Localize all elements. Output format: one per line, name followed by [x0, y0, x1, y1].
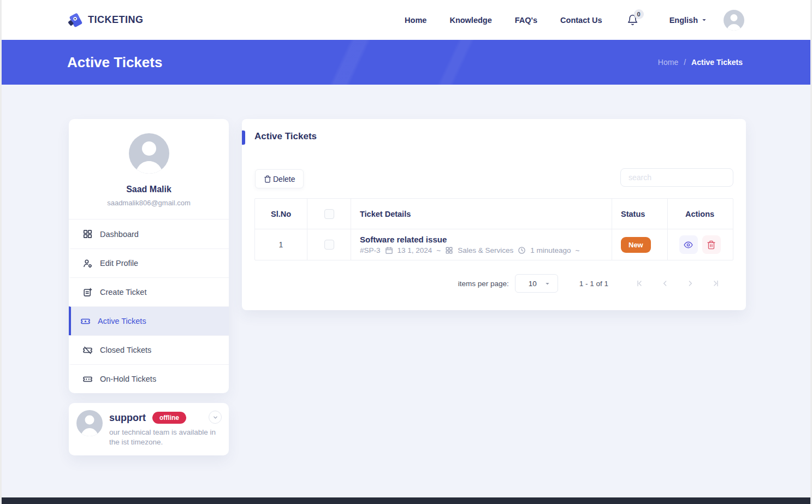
ticket-logo-icon: [68, 12, 84, 28]
header-slno: Sl.No: [255, 199, 307, 229]
sidebar-item-closed-tickets[interactable]: Closed Tickets: [69, 335, 229, 364]
active-tickets-panel: Active Tickets Delete Sl.No Ticket Detai…: [242, 119, 746, 310]
ticket-title[interactable]: Software related issue: [360, 235, 447, 244]
ticket-details-cell: Software related issue #SP-3 13 1, 2024 …: [351, 229, 612, 260]
pagination-range-label: 1 - 1 of 1: [579, 280, 608, 288]
clock-icon: [518, 246, 526, 254]
prev-page-icon[interactable]: [661, 279, 669, 288]
delete-button-label: Delete: [273, 175, 295, 183]
support-title: support: [109, 412, 146, 424]
onhold-ticket-icon: [82, 374, 93, 384]
breadcrumb-separator: /: [684, 58, 686, 67]
search-input[interactable]: [620, 168, 733, 187]
create-ticket-icon: [82, 287, 93, 298]
header-checkbox-cell: [307, 199, 351, 229]
calendar-icon: [385, 246, 393, 254]
breadcrumb-home[interactable]: Home: [658, 58, 678, 67]
ticket-category: Sales & Services: [458, 246, 513, 254]
breadcrumb-current: Active Tickets: [691, 58, 743, 67]
sidebar-item-edit-profile[interactable]: Edit Profile: [69, 248, 229, 277]
status-cell: New: [612, 229, 668, 260]
sidebar-item-label: Active Tickets: [98, 317, 146, 325]
hero-banner: Active Tickets Home / Active Tickets: [2, 40, 810, 85]
eye-icon: [684, 240, 693, 250]
ticket-time-suffix: ~: [576, 246, 580, 254]
sidebar-item-label: On-Hold Tickets: [100, 375, 156, 383]
last-page-icon[interactable]: [711, 279, 720, 288]
breadcrumb: Home / Active Tickets: [658, 58, 743, 67]
sidebar-item-label: Edit Profile: [100, 259, 138, 268]
sidebar-item-label: Dashboard: [100, 230, 139, 239]
caret-down-icon: [544, 281, 550, 287]
navbar-right: Home Knowledge FAQ's Contact Us 0 Englis…: [382, 10, 744, 31]
status-badge: New: [621, 237, 651, 253]
header-ticket-details: Ticket Details: [351, 199, 612, 229]
next-page-icon[interactable]: [686, 279, 695, 288]
language-selector[interactable]: English: [669, 16, 707, 25]
row-slno: 1: [255, 229, 307, 260]
sidebar-item-label: Closed Tickets: [100, 346, 151, 354]
trash-icon: [264, 175, 271, 183]
user-avatar[interactable]: [724, 10, 744, 31]
ticket-date: 13 1, 2024: [398, 246, 432, 254]
notification-bell-icon[interactable]: 0: [627, 14, 638, 26]
support-description: our technical team is available in the i…: [109, 428, 220, 447]
logo-text: TICKETING: [88, 14, 144, 26]
nav-link-knowledge[interactable]: Knowledge: [449, 16, 491, 25]
caret-down-icon: [701, 17, 707, 23]
sidebar-item-active-tickets[interactable]: Active Tickets: [69, 306, 229, 335]
first-page-icon[interactable]: [636, 279, 644, 288]
ticket-date-suffix: ~: [436, 246, 441, 254]
header-actions: Actions: [668, 199, 732, 229]
profile-sidebar: Saad Malik saadmalik806@gmail.com Dashbo…: [69, 119, 229, 393]
panel-accent-bar: [242, 131, 245, 145]
row-checkbox-cell: [307, 229, 351, 260]
support-collapse-button[interactable]: [209, 411, 222, 424]
app-logo[interactable]: TICKETING: [68, 12, 144, 28]
edit-profile-icon: [82, 258, 93, 269]
sidebar-item-onhold-tickets[interactable]: On-Hold Tickets: [69, 364, 229, 393]
sidebar-item-label: Create Ticket: [100, 288, 146, 297]
nav-link-home[interactable]: Home: [405, 16, 426, 25]
chevron-down-icon: [212, 414, 218, 420]
offline-status-badge: offline: [152, 412, 186, 424]
sidebar-item-dashboard[interactable]: Dashboard: [69, 220, 229, 248]
language-label: English: [669, 16, 698, 25]
page-title: Active Tickets: [67, 54, 162, 71]
profile-avatar: [129, 133, 169, 174]
panel-title: Active Tickets: [254, 131, 317, 142]
items-per-page-select[interactable]: 10: [515, 274, 558, 293]
top-navbar: TICKETING Home Knowledge FAQ's Contact U…: [2, 0, 810, 40]
delete-ticket-button[interactable]: [702, 235, 721, 254]
closed-ticket-icon: [82, 345, 93, 355]
nav-link-faqs[interactable]: FAQ's: [515, 16, 537, 25]
view-ticket-button[interactable]: [679, 235, 698, 254]
ticket-id: #SP-3: [360, 246, 381, 254]
header-status: Status: [612, 199, 668, 229]
actions-cell: [668, 229, 732, 260]
tickets-table: Sl.No Ticket Details Status Actions 1 So…: [254, 198, 733, 260]
select-all-checkbox[interactable]: [324, 209, 334, 219]
dashboard-grid-icon: [82, 229, 93, 239]
profile-header: Saad Malik saadmalik806@gmail.com: [69, 119, 229, 219]
table-header-row: Sl.No Ticket Details Status Actions: [255, 199, 733, 229]
footer-bar: [2, 497, 810, 504]
delete-button[interactable]: Delete: [255, 169, 304, 188]
sidebar-item-create-ticket[interactable]: Create Ticket: [69, 277, 229, 306]
paginator: items per page: 10 1 - 1 of 1: [242, 274, 720, 293]
items-per-page-value: 10: [529, 280, 537, 288]
nav-link-contact[interactable]: Contact Us: [560, 16, 602, 25]
profile-name: Saad Malik: [78, 185, 220, 194]
category-grid-icon: [445, 246, 453, 254]
support-card: support offline our technical team is av…: [69, 403, 229, 455]
sidebar-menu: Dashboard Edit Profile: [69, 219, 229, 393]
row-checkbox[interactable]: [324, 240, 334, 250]
items-per-page-label: items per page:: [458, 280, 509, 288]
support-avatar: [76, 410, 103, 436]
trash-icon: [707, 240, 716, 250]
profile-email: saadmalik806@gmail.com: [78, 199, 220, 207]
active-ticket-icon: [80, 316, 91, 327]
support-content: support offline our technical team is av…: [109, 410, 220, 447]
ticket-meta: #SP-3 13 1, 2024 ~ Sales & Services: [360, 246, 579, 254]
pagination-nav: [636, 279, 720, 288]
